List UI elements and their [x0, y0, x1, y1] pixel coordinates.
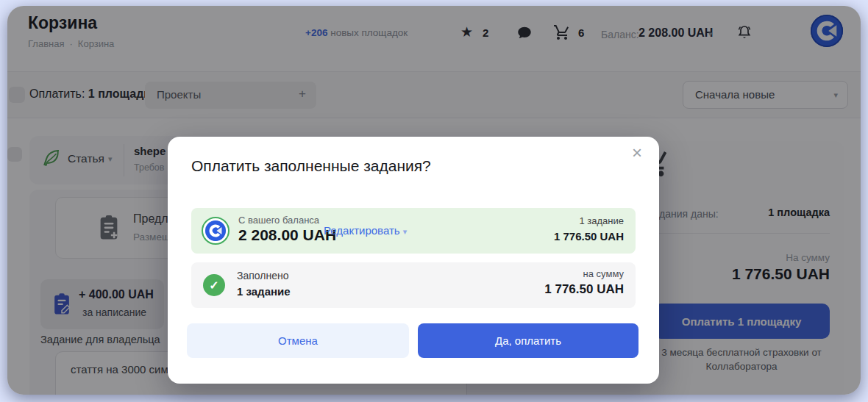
close-icon[interactable]: × [627, 143, 647, 163]
balance-panel-label: С вашего баланса [238, 215, 319, 226]
tasks-count: 1 задание [554, 215, 624, 226]
pay-confirmation-modal: × Оплатить заполненные задания? С вашего… [168, 137, 659, 384]
check-circle-icon: ✓ [203, 274, 225, 296]
cancel-button[interactable]: Отмена [187, 323, 409, 358]
edit-payment-link[interactable]: Редактировать ▾ [324, 224, 407, 237]
balance-panel-value: 2 208.00 UAH [238, 226, 336, 244]
filled-tasks-panel: ✓ Заполнено 1 задание на сумму 1 776.50 … [191, 262, 636, 308]
edit-payment-label: Редактировать [324, 224, 400, 237]
balance-panel-totals: 1 задание 1 776.50 UAH [554, 215, 624, 243]
confirm-pay-button[interactable]: Да, оплатить [418, 323, 638, 358]
tasks-sum: 1 776.50 UAH [554, 230, 624, 243]
modal-title: Оплатить заполненные задания? [191, 157, 431, 175]
filled-value: 1 задание [237, 285, 291, 298]
filled-totals: на сумму 1 776.50 UAH [544, 268, 624, 297]
filled-label: Заполнено [237, 270, 289, 281]
edit-caret-icon: ▾ [403, 227, 408, 236]
filled-sum-value: 1 776.50 UAH [544, 282, 624, 297]
filled-sum-label: на сумму [544, 268, 624, 279]
balance-panel: С вашего баланса 2 208.00 UAH Редактиров… [191, 208, 636, 254]
balance-source-logo [202, 217, 230, 245]
cart-page: Корзина Главная · Корзина +206 новых пло… [0, 0, 868, 402]
